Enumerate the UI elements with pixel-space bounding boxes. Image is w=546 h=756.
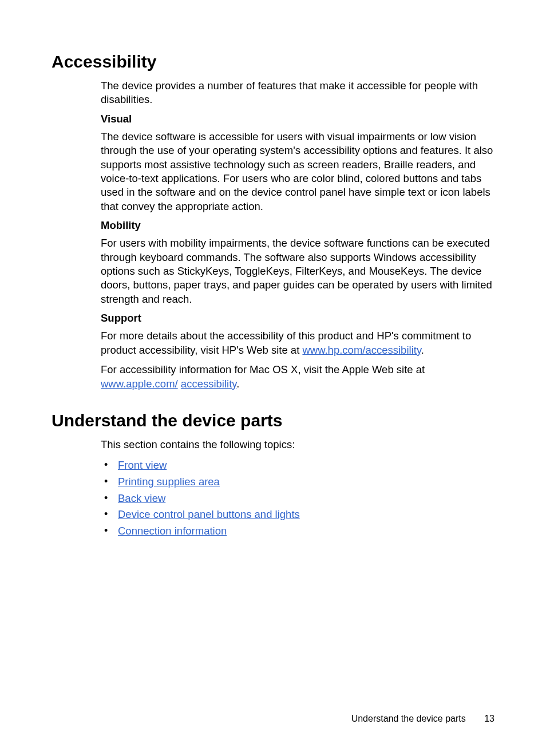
support-p2: For accessibility information for Mac OS… <box>101 363 504 391</box>
list-item: Front view <box>101 457 504 474</box>
visual-text: The device software is accessible for us… <box>101 130 504 213</box>
mobility-text: For users with mobility impairments, the… <box>101 236 504 306</box>
support-p1: For more details about the accessibility… <box>101 329 504 357</box>
link-connection-info[interactable]: Connection information <box>118 525 227 537</box>
list-item: Connection information <box>101 523 504 540</box>
understand-intro: This section contains the following topi… <box>101 438 504 452</box>
support-p1-post: . <box>421 344 424 356</box>
list-item: Back view <box>101 490 504 507</box>
link-front-view[interactable]: Front view <box>118 459 167 471</box>
list-item: Printing supplies area <box>101 474 504 490</box>
link-control-panel[interactable]: Device control panel buttons and lights <box>118 508 300 520</box>
accessibility-intro: The device provides a number of features… <box>101 79 504 107</box>
link-printing-supplies[interactable]: Printing supplies area <box>118 476 220 488</box>
link-apple-accessibility-2[interactable]: accessibility <box>181 378 236 390</box>
support-p2-post: . <box>236 378 239 390</box>
topics-list: Front view Printing supplies area Back v… <box>101 457 504 539</box>
support-p2-pre: For accessibility information for Mac OS… <box>101 363 425 375</box>
page-number: 13 <box>484 714 494 724</box>
subhead-mobility: Mobility <box>101 219 504 232</box>
subhead-support: Support <box>101 312 504 324</box>
subhead-visual: Visual <box>101 113 504 125</box>
heading-understand: Understand the device parts <box>52 410 504 431</box>
link-hp-accessibility[interactable]: www.hp.com/accessibility <box>302 344 421 356</box>
footer-title: Understand the device parts <box>351 714 466 723</box>
list-item: Device control panel buttons and lights <box>101 506 504 523</box>
link-apple-accessibility-1[interactable]: www.apple.com/ <box>101 378 178 390</box>
heading-accessibility: Accessibility <box>52 52 504 72</box>
link-back-view[interactable]: Back view <box>118 492 165 504</box>
page-footer: Understand the device parts 13 <box>351 714 494 724</box>
